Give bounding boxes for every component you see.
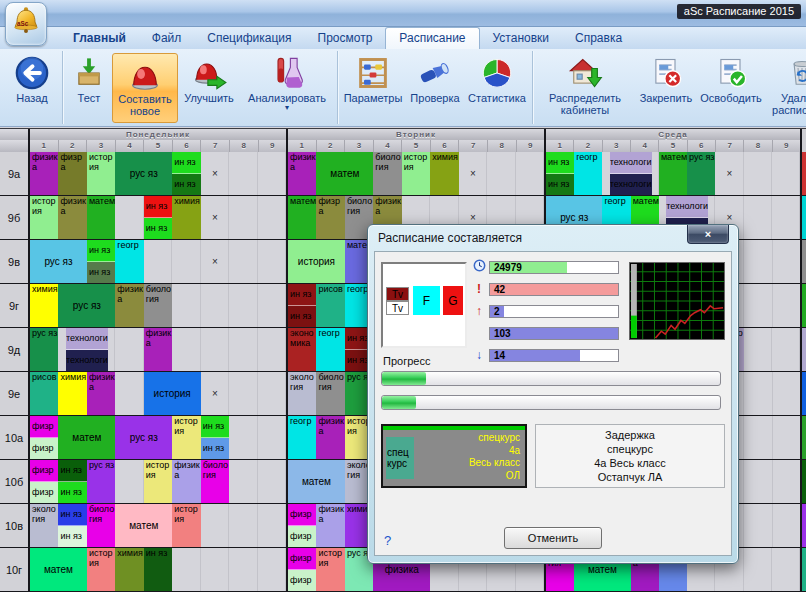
lesson-cell[interactable]: экология [288,372,316,415]
lesson-cell[interactable]: рус яз [30,240,87,283]
lesson-cell[interactable]: экономика [288,328,316,371]
lesson-cell[interactable]: физика [316,504,344,547]
lesson-cell[interactable]: химия [58,372,86,415]
lesson-cell[interactable]: геогр [115,240,143,283]
lesson-cell[interactable]: матем [288,196,316,239]
app-logo-button[interactable]: aSc [5,2,47,46]
lesson-cell[interactable]: история [288,240,345,283]
tab-specification[interactable]: Спецификация [194,28,304,49]
lesson-cell[interactable]: матем [288,460,345,503]
lesson-cell[interactable]: ин язин яз [58,460,86,503]
tab-view[interactable]: Просмотр [305,28,386,49]
lesson-cell[interactable]: физра [58,152,86,195]
lesson-cell[interactable]: биология [373,152,401,195]
lesson-cell[interactable]: физра [316,196,344,239]
lesson-cell[interactable]: физика [144,328,172,371]
back-button[interactable]: Назад [5,53,59,123]
lesson-cell[interactable]: геогр [574,152,602,195]
lesson-cell[interactable]: экология [30,504,58,547]
lesson-cell[interactable]: физрфизр [30,460,58,503]
tab-help[interactable]: Справка [562,28,635,49]
lesson-cell[interactable]: история [316,548,344,591]
lesson-cell[interactable]: физика [87,372,115,415]
lesson-cell[interactable]: матем [316,152,373,195]
lesson-cell[interactable]: история [30,196,58,239]
lesson-cell[interactable]: рус яз [687,152,715,195]
lesson-cell[interactable]: биология [87,504,115,547]
lesson-cell[interactable]: история [144,460,172,503]
lesson-cell[interactable]: рус яз [87,460,115,503]
lesson-cell[interactable]: биология [316,372,344,415]
row-label[interactable]: 9д [0,328,28,371]
lesson-cell[interactable]: физика [288,152,316,195]
lesson-cell[interactable]: ин язин яз [172,152,200,195]
check-button[interactable]: Проверка [405,53,465,123]
lesson-cell[interactable]: история [172,504,200,547]
statistics-button[interactable]: Статистика [465,53,529,123]
lesson-cell[interactable]: геогр [288,416,316,459]
lesson-cell[interactable]: физика [30,152,58,195]
lesson-cell[interactable]: ин язин яз [201,416,229,459]
lesson-cell[interactable]: матем [30,548,87,591]
tab-settings[interactable]: Установки [480,28,562,49]
lesson-cell[interactable]: физика [58,196,86,239]
lesson-cell[interactable]: ин язин яз [144,196,172,239]
lesson-cell[interactable]: биология [144,284,172,327]
tab-file[interactable]: Файл [139,28,195,49]
lock-button[interactable]: Закрепить [634,53,698,123]
close-button[interactable]: × [687,225,729,244]
lesson-cell[interactable]: матем [87,196,115,239]
test-button[interactable]: Тест [66,53,112,123]
lesson-cell[interactable]: технологитехнологи [58,328,115,371]
lesson-cell[interactable]: физрфизр [30,416,58,459]
lesson-cell[interactable]: история [87,548,115,591]
lesson-cell[interactable]: ин язин яз [288,284,316,327]
row-label[interactable]: 9г [0,284,28,327]
lesson-cell[interactable]: история [144,372,201,415]
free-button[interactable]: Освободить [698,53,764,123]
lesson-cell[interactable]: история [172,416,200,459]
improve-button[interactable]: Улучшить [178,53,240,123]
tab-glavny[interactable]: Главный [60,28,139,49]
row-label[interactable]: 10б [0,460,28,503]
lesson-cell[interactable]: биология [201,460,229,503]
lesson-cell[interactable]: химия [30,284,58,327]
lesson-cell[interactable]: химия [115,548,143,591]
lesson-cell[interactable]: история [402,152,430,195]
lesson-cell[interactable]: химия [430,152,458,195]
lesson-cell[interactable]: матем [659,152,687,195]
row-label[interactable]: 10а [0,416,28,459]
lesson-cell[interactable]: ин язин яз [546,152,574,195]
lesson-cell[interactable]: матем [115,504,172,547]
row-label[interactable]: 10в [0,504,28,547]
lesson-cell[interactable]: история [87,152,115,195]
help-link[interactable]: ? [384,533,391,548]
lesson-cell[interactable]: геогр [316,328,344,371]
lesson-cell[interactable]: рисов [30,372,58,415]
cancel-button[interactable]: Отменить [504,527,602,549]
lesson-cell[interactable]: рус яз [58,284,115,327]
delete-schedule-button[interactable]: Удалить расписание [764,53,806,123]
lesson-cell[interactable]: физика [316,416,344,459]
chevron-down-icon[interactable]: ▾ [285,104,289,111]
row-label[interactable]: 9б [0,196,28,239]
row-label[interactable]: 9е [0,372,28,415]
lesson-cell[interactable]: физика [115,284,143,327]
lesson-cell[interactable]: физрфизр [288,548,316,591]
parameters-button[interactable]: Параметры [341,53,405,123]
lesson-cell[interactable]: ин язин яз [58,504,86,547]
lesson-cell[interactable]: ин яз [144,548,172,591]
row-label[interactable]: 10г [0,548,28,591]
assign-rooms-button[interactable]: Распределить кабинеты [536,53,634,123]
analyze-button[interactable]: Анализировать ▾ [240,53,334,123]
generate-new-button[interactable]: Составить новое [112,53,178,123]
lesson-cell[interactable]: технологитехнологи [602,152,658,195]
lesson-cell[interactable]: физрфизр [288,504,316,547]
tab-schedule[interactable]: Расписание [385,27,479,49]
lesson-cell[interactable]: физика [172,460,200,503]
lesson-cell[interactable]: ин язин яз [87,240,115,283]
lesson-cell[interactable]: матем [58,416,115,459]
lesson-cell[interactable]: рисов [316,284,344,327]
lesson-cell[interactable]: химия [172,196,200,239]
lesson-cell[interactable]: рус яз [30,328,58,371]
